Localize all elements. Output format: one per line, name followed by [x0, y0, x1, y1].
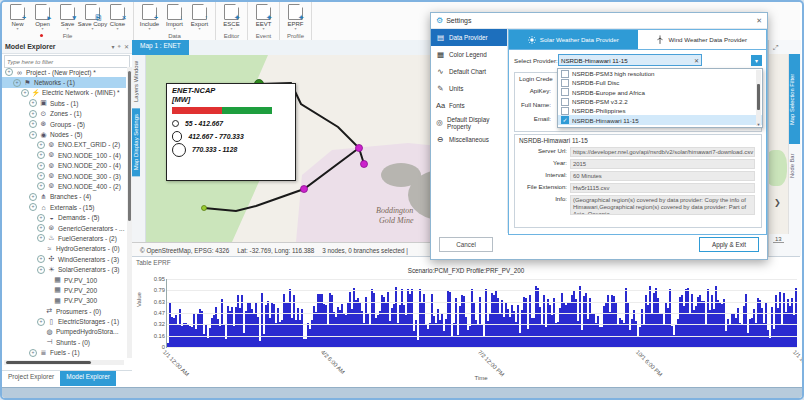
tree-item-eno-node-300-3[interactable]: +⊚ENO.NODE_300 - (3) — [2, 171, 126, 181]
ribbon-esce-button[interactable]: ✦ESCE▾ — [219, 3, 244, 33]
checkbox-icon[interactable] — [561, 107, 569, 115]
tree-filter-input[interactable] — [5, 59, 129, 65]
field-value[interactable]: 2015 — [570, 159, 755, 169]
pin-icon[interactable]: ⌖ — [118, 43, 121, 50]
chart-plot-area[interactable]: Value 00.160.320.470.630.790.95 — [166, 279, 797, 348]
dropdown-option-nsrdb-himawari-11-15[interactable]: ✓NSRDB-Himawari 11-15 — [558, 115, 762, 124]
tree-expander-icon[interactable]: + — [37, 255, 45, 263]
dropdown-option-nsrdb-psm-v3-2-2[interactable]: NSRDB-PSM v3.2.2 — [558, 97, 762, 106]
dialog-close-icon[interactable]: ✕ — [756, 17, 762, 25]
chevron-right-icon[interactable]: ❯ — [774, 198, 781, 207]
checkbox-icon[interactable] — [561, 70, 569, 78]
tab-project-explorer[interactable]: Project Explorer — [2, 371, 60, 386]
tree-item-fuelgenerators-2[interactable]: +♨FuelGenerators - (2) — [2, 233, 126, 243]
tree-item-electric-network-mine[interactable]: +⚡Electric Network - (MINE) * — [2, 88, 126, 98]
tab-map-display-settings[interactable]: Map Display Settings — [132, 108, 140, 176]
tree-expander-icon[interactable]: + — [5, 68, 13, 76]
tree-item-eno-node-100-4[interactable]: +⊚ENO.NODE_100 - (4) — [2, 150, 126, 160]
settings-nav-default-display-property[interactable]: ◎Default Display Property — [431, 114, 507, 131]
checkbox-icon[interactable] — [561, 98, 569, 106]
tree-item-genericgenerators[interactable]: +⊜GenericGenerators - ... — [2, 223, 126, 233]
provider-combobox[interactable]: NSRDB-Himawari 11-15 ✕ — [558, 54, 702, 66]
settings-nav-units[interactable]: ✎Units — [431, 80, 507, 97]
tree-item-solargenerators-3[interactable]: +☀SolarGenerators - (3) — [2, 264, 126, 274]
ribbon-save-button[interactable]: ▾Save▾ — [55, 3, 80, 33]
settings-nav-default-chart[interactable]: ∿Default Chart — [431, 63, 507, 80]
tree-expander-icon[interactable]: + — [29, 349, 37, 357]
tab-map-enet[interactable]: Map 1 : ENET — [132, 40, 189, 55]
map-node-magenta-1[interactable] — [355, 145, 362, 152]
map-node-small[interactable] — [201, 206, 206, 211]
tree-item-pv-pv-200[interactable]: ▦PV.PV_200 — [2, 285, 126, 295]
tab-map-selection-filter[interactable]: Map Selection Filter — [789, 54, 800, 144]
apply-exit-button[interactable]: Apply & Exit — [699, 237, 759, 252]
ribbon-eevt-button[interactable]: ✦EEVT▾ — [251, 3, 276, 33]
expand-icon[interactable]: ⤢ — [773, 44, 779, 52]
tree-expander-icon[interactable]: + — [37, 182, 45, 190]
tree-item-eno-node-200-4[interactable]: +⊚ENO.NODE_200 - (4) — [2, 161, 126, 171]
tree-expander-icon[interactable]: + — [13, 79, 21, 87]
dropdown-option-nsrdb-europe-and-africa[interactable]: NSRDB-Europe and Africa — [558, 88, 762, 97]
scroll-down-icon[interactable]: ▼ — [756, 122, 761, 127]
tree-expander-icon[interactable]: + — [29, 131, 37, 139]
checkbox-icon[interactable] — [561, 88, 569, 96]
tree-item-zones-1[interactable]: +⊙Zones - (1) — [2, 109, 126, 119]
tree-expander-icon[interactable]: + — [37, 224, 45, 232]
tab-solar-weather-provider[interactable]: Solar Weather Data Provider — [509, 30, 638, 49]
tab-model-explorer[interactable]: Model Explorer — [60, 371, 116, 386]
tree-item-windgenerators-3[interactable]: +✣WindGenerators - (3) — [2, 254, 126, 264]
tree-expander-icon[interactable]: + — [37, 151, 45, 159]
ribbon-export-button[interactable]: ↑Export▾ — [187, 3, 212, 33]
ribbon-import-button[interactable]: ↓Import▾ — [162, 3, 187, 33]
tree-expander-icon[interactable]: + — [29, 203, 37, 211]
ribbon-open-button[interactable]: ▸Open▾ — [30, 3, 55, 33]
map-node-magenta-3[interactable] — [300, 186, 307, 193]
tree-expander-icon[interactable]: + — [21, 89, 29, 97]
dropdown-option-nsrdb-philippines[interactable]: NSRDB-Philippines — [558, 106, 762, 115]
tree-item-pumpedhydrostora[interactable]: ◍PumpedHydroStora... — [2, 327, 126, 337]
tab-node-bar[interactable]: Node Bar — [789, 144, 800, 188]
settings-nav-color-legend[interactable]: ▦Color Legend — [431, 46, 507, 63]
tree-item-project-new-project[interactable]: +∞Project - (New Project) * — [2, 67, 126, 77]
tree-item-networks-1[interactable]: +⚑Networks - (1) — [2, 77, 126, 87]
tree-item-subs-1[interactable]: +▣Subs - (1) — [2, 98, 126, 108]
ribbon-close-button[interactable]: ×Close▾ — [105, 3, 130, 33]
chevron-down-icon[interactable]: ▾ — [112, 43, 115, 50]
clear-icon[interactable]: ✕ — [694, 57, 699, 64]
settings-nav-miscellaneous[interactable]: ⊖Miscellaneous — [431, 131, 507, 148]
ribbon-new-button[interactable]: +New▾ — [5, 3, 30, 33]
tree-expander-icon[interactable]: + — [37, 162, 45, 170]
tree-expander-icon[interactable]: + — [29, 110, 37, 118]
tree-item-nodes-5[interactable]: +◉Nodes - (5) — [2, 129, 126, 139]
tree-item-eno-node-400-2[interactable]: +⊚ENO.NODE_400 - (2) — [2, 181, 126, 191]
tree-expander-icon[interactable]: + — [37, 141, 45, 149]
settings-nav-fonts[interactable]: AaFonts — [431, 97, 507, 114]
tree-item-hydrogenerators-0[interactable]: ≈HydroGenerators - (0) — [2, 244, 126, 254]
dropdown-option-nsrdb-psm3-high-resolution[interactable]: NSRDB-PSM3 high resolution — [558, 69, 762, 78]
tree-expander-icon[interactable]: + — [37, 266, 45, 274]
field-value[interactable]: 60 Minutes — [570, 171, 755, 181]
tree-item-groups-5[interactable]: +⊛Groups - (5) — [2, 119, 126, 129]
tree-expander-icon[interactable]: + — [37, 318, 45, 326]
tree-expander-icon[interactable]: + — [37, 214, 45, 222]
tree-item-fuels-1[interactable]: +≣Fuels - (1) — [2, 348, 126, 358]
combo-dropdown-button[interactable]: ▾ — [751, 55, 762, 66]
tree-horizontal-scrollbar[interactable] — [4, 360, 124, 365]
tree-item-demands-5[interactable]: +◒Demands - (5) — [2, 212, 126, 222]
tree-item-electricstorages-1[interactable]: +▯ElectricStorages - (1) — [2, 316, 126, 326]
ribbon-eprf-button[interactable]: ✦EPRF▾ — [283, 3, 308, 33]
ribbon-save-copy-button[interactable]: ⎘Save Copy▾ — [80, 3, 105, 33]
tree-item-externals-15[interactable]: +⌂Externals - (15) — [2, 202, 126, 212]
tree-item-branches-4[interactable]: +⋔Branches - (4) — [2, 192, 126, 202]
tab-wind-weather-provider[interactable]: Wind Weather Data Provider — [638, 30, 767, 49]
checkbox-icon[interactable] — [561, 79, 569, 87]
tree-expander-icon[interactable]: + — [29, 99, 37, 107]
tree-expander-icon[interactable]: + — [37, 234, 45, 242]
cancel-button[interactable]: Cancel — [439, 237, 493, 252]
close-icon[interactable]: ✕ — [124, 43, 129, 50]
settings-nav-data-provider[interactable]: ▤Data Provider — [431, 29, 507, 46]
tab-layers-window[interactable]: Layers Window — [132, 55, 140, 108]
tree-expander-icon[interactable]: + — [29, 120, 37, 128]
tree-item-pv-pv-100[interactable]: ▦PV.PV_100 — [2, 275, 126, 285]
tree-item-prosumers-0[interactable]: ⇄Prosumers - (0) — [2, 306, 126, 316]
